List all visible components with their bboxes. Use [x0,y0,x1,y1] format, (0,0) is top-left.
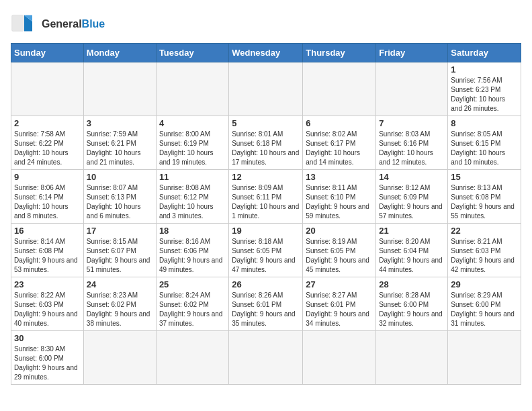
day-number: 19 [232,226,300,236]
day-number: 24 [87,279,153,289]
day-number: 11 [159,172,226,182]
calendar-cell: 20Sunrise: 8:19 AM Sunset: 6:05 PM Dayli… [303,224,376,277]
calendar-cell: 8Sunrise: 8:05 AM Sunset: 6:15 PM Daylig… [448,116,521,170]
calendar-cell: 19Sunrise: 8:18 AM Sunset: 6:05 PM Dayli… [229,224,303,277]
day-number: 4 [159,118,226,128]
day-info: Sunrise: 8:15 AM Sunset: 6:07 PM Dayligh… [87,237,153,275]
day-info: Sunrise: 8:16 AM Sunset: 6:06 PM Dayligh… [159,237,226,275]
calendar-cell [229,331,303,385]
calendar-cell: 1Sunrise: 7:56 AM Sunset: 6:23 PM Daylig… [448,62,521,116]
day-number: 10 [87,172,153,182]
day-number: 27 [306,279,373,289]
calendar-week-3: 9Sunrise: 8:06 AM Sunset: 6:14 PM Daylig… [11,170,521,224]
col-header-saturday: Saturday [448,44,521,62]
calendar-cell: 27Sunrise: 8:27 AM Sunset: 6:01 PM Dayli… [303,277,376,331]
day-number: 7 [379,118,445,128]
calendar-cell: 15Sunrise: 8:13 AM Sunset: 6:08 PM Dayli… [448,170,521,224]
calendar-cell: 23Sunrise: 8:22 AM Sunset: 6:03 PM Dayli… [11,277,84,331]
svg-rect-0 [12,15,24,31]
day-info: Sunrise: 8:06 AM Sunset: 6:14 PM Dayligh… [14,183,81,221]
col-header-monday: Monday [83,44,156,62]
day-number: 15 [451,172,518,182]
day-info: Sunrise: 8:05 AM Sunset: 6:15 PM Dayligh… [451,130,518,167]
calendar: SundayMondayTuesdayWednesdayThursdayFrid… [11,43,521,385]
calendar-week-1: 1Sunrise: 7:56 AM Sunset: 6:23 PM Daylig… [11,62,521,116]
day-number: 25 [159,279,226,289]
calendar-cell [11,62,84,116]
day-info: Sunrise: 7:58 AM Sunset: 6:22 PM Dayligh… [14,130,81,167]
day-number: 12 [232,172,300,182]
calendar-cell [303,62,376,116]
day-number: 3 [87,118,153,128]
calendar-cell: 10Sunrise: 8:07 AM Sunset: 6:13 PM Dayli… [83,170,156,224]
calendar-week-2: 2Sunrise: 7:58 AM Sunset: 6:22 PM Daylig… [11,116,521,170]
calendar-cell: 5Sunrise: 8:01 AM Sunset: 6:18 PM Daylig… [229,116,303,170]
col-header-wednesday: Wednesday [229,44,303,62]
day-number: 23 [14,279,81,289]
calendar-cell [303,331,376,385]
day-info: Sunrise: 8:13 AM Sunset: 6:08 PM Dayligh… [451,183,518,221]
calendar-cell: 21Sunrise: 8:20 AM Sunset: 6:04 PM Dayli… [376,224,448,277]
day-info: Sunrise: 8:23 AM Sunset: 6:02 PM Dayligh… [87,291,153,328]
day-number: 22 [451,226,518,236]
calendar-cell [83,62,156,116]
calendar-cell: 29Sunrise: 8:29 AM Sunset: 6:00 PM Dayli… [448,277,521,331]
day-info: Sunrise: 8:03 AM Sunset: 6:16 PM Dayligh… [379,130,445,167]
day-number: 8 [451,118,518,128]
day-info: Sunrise: 7:56 AM Sunset: 6:23 PM Dayligh… [451,76,518,113]
day-info: Sunrise: 8:01 AM Sunset: 6:18 PM Dayligh… [232,130,300,167]
calendar-cell: 25Sunrise: 8:24 AM Sunset: 6:02 PM Dayli… [156,277,228,331]
day-number: 18 [159,226,226,236]
calendar-cell [448,331,521,385]
day-number: 26 [232,279,300,289]
logo: GeneralBlue [11,11,105,38]
day-number: 17 [87,226,153,236]
day-number: 9 [14,172,81,182]
calendar-cell: 14Sunrise: 8:12 AM Sunset: 6:09 PM Dayli… [376,170,448,224]
calendar-cell: 9Sunrise: 8:06 AM Sunset: 6:14 PM Daylig… [11,170,84,224]
day-info: Sunrise: 8:20 AM Sunset: 6:04 PM Dayligh… [379,237,445,275]
day-number: 21 [379,226,445,236]
col-header-sunday: Sunday [11,44,84,62]
day-number: 30 [14,333,81,343]
day-info: Sunrise: 8:14 AM Sunset: 6:08 PM Dayligh… [14,237,81,275]
logo-text: GeneralBlue [42,18,105,30]
calendar-cell: 7Sunrise: 8:03 AM Sunset: 6:16 PM Daylig… [376,116,448,170]
day-number: 1 [451,64,518,75]
day-number: 16 [14,226,81,236]
day-info: Sunrise: 8:26 AM Sunset: 6:01 PM Dayligh… [232,291,300,328]
day-info: Sunrise: 8:07 AM Sunset: 6:13 PM Dayligh… [87,183,153,221]
calendar-cell: 11Sunrise: 8:08 AM Sunset: 6:12 PM Dayli… [156,170,228,224]
calendar-cell: 24Sunrise: 8:23 AM Sunset: 6:02 PM Dayli… [83,277,156,331]
day-info: Sunrise: 8:22 AM Sunset: 6:03 PM Dayligh… [14,291,81,328]
calendar-cell: 13Sunrise: 8:11 AM Sunset: 6:10 PM Dayli… [303,170,376,224]
calendar-cell: 12Sunrise: 8:09 AM Sunset: 6:11 PM Dayli… [229,170,303,224]
calendar-cell: 6Sunrise: 8:02 AM Sunset: 6:17 PM Daylig… [303,116,376,170]
day-info: Sunrise: 7:59 AM Sunset: 6:21 PM Dayligh… [87,130,153,167]
col-header-thursday: Thursday [303,44,376,62]
day-number: 28 [379,279,445,289]
calendar-cell [376,331,448,385]
logo-icon [11,11,38,38]
calendar-week-5: 23Sunrise: 8:22 AM Sunset: 6:03 PM Dayli… [11,277,521,331]
day-number: 2 [14,118,81,128]
calendar-cell [83,331,156,385]
calendar-week-6: 30Sunrise: 8:30 AM Sunset: 6:00 PM Dayli… [11,331,521,385]
day-number: 14 [379,172,445,182]
day-info: Sunrise: 8:21 AM Sunset: 6:03 PM Dayligh… [451,237,518,275]
calendar-cell: 3Sunrise: 7:59 AM Sunset: 6:21 PM Daylig… [83,116,156,170]
calendar-cell: 30Sunrise: 8:30 AM Sunset: 6:00 PM Dayli… [11,331,84,385]
calendar-cell: 4Sunrise: 8:00 AM Sunset: 6:19 PM Daylig… [156,116,228,170]
day-info: Sunrise: 8:27 AM Sunset: 6:01 PM Dayligh… [306,291,373,328]
calendar-cell [156,62,228,116]
col-header-tuesday: Tuesday [156,44,228,62]
col-header-friday: Friday [376,44,448,62]
calendar-cell: 26Sunrise: 8:26 AM Sunset: 6:01 PM Dayli… [229,277,303,331]
calendar-header-row: SundayMondayTuesdayWednesdayThursdayFrid… [11,44,521,62]
day-info: Sunrise: 8:12 AM Sunset: 6:09 PM Dayligh… [379,183,445,221]
calendar-cell: 28Sunrise: 8:28 AM Sunset: 6:00 PM Dayli… [376,277,448,331]
calendar-cell: 22Sunrise: 8:21 AM Sunset: 6:03 PM Dayli… [448,224,521,277]
calendar-cell [376,62,448,116]
calendar-cell: 16Sunrise: 8:14 AM Sunset: 6:08 PM Dayli… [11,224,84,277]
day-number: 5 [232,118,300,128]
